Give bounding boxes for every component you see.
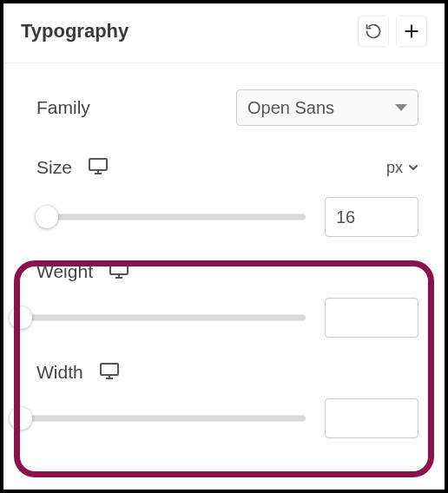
panel-title: Typography: [21, 20, 128, 43]
header-actions: [358, 16, 427, 47]
panel-header: Typography: [3, 3, 445, 63]
size-row: Size px: [36, 157, 418, 178]
size-label: Size: [36, 157, 72, 178]
svg-rect-8: [101, 364, 118, 375]
typography-panel: Typography Family Open Sans: [0, 0, 448, 493]
family-row: Family Open Sans: [36, 89, 418, 126]
plus-icon: [403, 23, 420, 40]
size-slider[interactable]: [36, 207, 306, 227]
size-unit-value: px: [386, 159, 403, 177]
panel-content: Family Open Sans Size px: [3, 63, 445, 456]
chevron-down-icon: [408, 162, 418, 173]
family-select-value: Open Sans: [247, 98, 334, 118]
width-row: Width: [36, 362, 418, 438]
width-value-input[interactable]: [325, 398, 418, 438]
width-label: Width: [36, 362, 83, 383]
chevron-down-icon: [395, 104, 407, 111]
weight-row: Weight: [36, 261, 418, 338]
size-unit-select[interactable]: px: [386, 159, 418, 177]
add-button[interactable]: [396, 16, 427, 47]
weight-slider[interactable]: [21, 307, 306, 328]
desktop-icon[interactable]: [99, 362, 120, 383]
reset-icon: [365, 23, 382, 40]
width-control: [21, 398, 418, 438]
weight-control: [21, 298, 418, 338]
size-control: [36, 197, 418, 237]
family-label: Family: [36, 97, 141, 118]
desktop-icon[interactable]: [88, 157, 109, 178]
width-slider[interactable]: [21, 408, 306, 429]
weight-label: Weight: [36, 261, 93, 282]
family-select[interactable]: Open Sans: [236, 89, 418, 126]
weight-value-input[interactable]: [325, 298, 418, 338]
reset-button[interactable]: [358, 16, 389, 47]
size-value-input[interactable]: [325, 197, 418, 237]
svg-rect-5: [110, 263, 128, 274]
desktop-icon[interactable]: [109, 261, 129, 282]
svg-rect-2: [89, 159, 107, 170]
